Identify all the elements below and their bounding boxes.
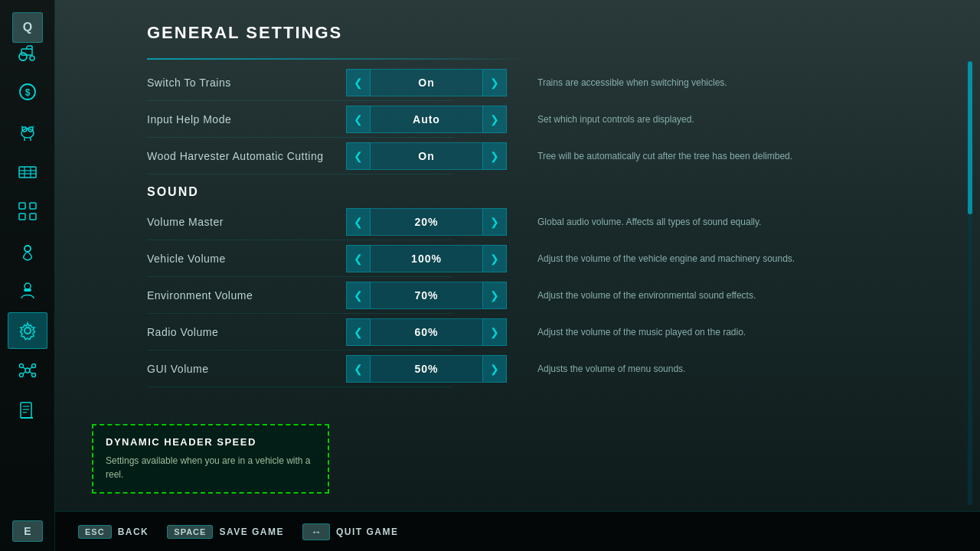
wood-harvester-value: On bbox=[371, 142, 482, 170]
sound-settings-section: Volume Master ❮ 20% ❯ Global audio volum… bbox=[147, 204, 913, 387]
setting-label-wood-harvester: Wood Harvester Automatic Cutting bbox=[147, 150, 346, 162]
space-key-badge: SPACE bbox=[167, 525, 213, 539]
title-divider bbox=[147, 58, 530, 60]
sidebar-item-settings[interactable] bbox=[8, 312, 47, 349]
volume-master-prev-button[interactable]: ❮ bbox=[346, 208, 371, 236]
sidebar-item-map[interactable] bbox=[8, 233, 47, 269]
svg-line-34 bbox=[29, 367, 32, 370]
sidebar-item-fields[interactable] bbox=[8, 153, 47, 190]
setting-row-environment-volume: Environment Volume ❮ 70% ❯ Adjust the vo… bbox=[147, 277, 913, 314]
input-help-next-button[interactable]: ❯ bbox=[482, 106, 507, 133]
sidebar-item-animals[interactable] bbox=[8, 113, 47, 150]
sound-section-header: SOUND bbox=[147, 174, 913, 204]
setting-control-volume-master: ❮ 20% ❯ bbox=[346, 208, 507, 236]
wood-harvester-next-button[interactable]: ❯ bbox=[482, 142, 507, 170]
setting-control-vehicle-volume: ❮ 100% ❯ bbox=[346, 245, 507, 272]
quit-game-label: QUIT GAME bbox=[336, 527, 399, 537]
svg-point-25 bbox=[24, 283, 31, 289]
q-key-button[interactable]: Q bbox=[12, 12, 43, 43]
input-help-value: Auto bbox=[371, 106, 482, 133]
svg-rect-20 bbox=[19, 203, 25, 209]
radio-volume-prev-button[interactable]: ❮ bbox=[346, 318, 371, 346]
sidebar-item-help[interactable] bbox=[8, 392, 47, 429]
volume-master-description: Global audio volume. Affects all types o… bbox=[537, 216, 761, 229]
quit-game-button[interactable]: ↔ QUIT GAME bbox=[302, 523, 399, 540]
setting-control-environment-volume: ❮ 70% ❯ bbox=[346, 282, 507, 309]
gui-volume-value: 50% bbox=[371, 355, 482, 383]
svg-point-0 bbox=[19, 53, 27, 60]
connections-icon bbox=[15, 358, 40, 383]
radio-volume-value: 60% bbox=[371, 318, 482, 346]
gui-volume-description: Adjusts the volume of menu sounds. bbox=[537, 363, 685, 376]
wood-harvester-description: Tree will be automatically cut after the… bbox=[537, 150, 792, 163]
setting-row-gui-volume: GUI Volume ❮ 50% ❯ Adjusts the volume of… bbox=[147, 350, 913, 387]
radio-volume-description: Adjust the volume of the music played on… bbox=[537, 326, 746, 339]
svg-line-14 bbox=[32, 126, 34, 128]
svg-rect-21 bbox=[30, 203, 36, 209]
page-title: GENERAL SETTINGS bbox=[147, 23, 949, 43]
switch-trains-next-button[interactable]: ❯ bbox=[482, 69, 507, 96]
setting-row-switch-trains: Switch To Trains ❮ On ❯ Trains are acces… bbox=[147, 64, 913, 101]
fields-icon bbox=[15, 159, 40, 184]
svg-line-13 bbox=[21, 126, 23, 128]
setting-label-gui-volume: GUI Volume bbox=[147, 363, 346, 375]
svg-point-8 bbox=[21, 129, 34, 138]
tractor-icon bbox=[15, 40, 40, 64]
svg-point-28 bbox=[25, 368, 30, 373]
vehicle-volume-description: Adjust the volume of the vehicle engine … bbox=[537, 253, 795, 266]
setting-label-vehicle-volume: Vehicle Volume bbox=[147, 253, 346, 265]
environment-volume-description: Adjust the volume of the environmental s… bbox=[537, 289, 756, 302]
sidebar-item-workers[interactable] bbox=[8, 272, 47, 309]
scrollbar-track[interactable] bbox=[968, 61, 972, 505]
setting-row-wood-harvester: Wood Harvester Automatic Cutting ❮ On ❯ … bbox=[147, 138, 913, 174]
svg-rect-22 bbox=[19, 214, 25, 220]
setting-control-radio-volume: ❮ 60% ❯ bbox=[346, 318, 507, 346]
gui-volume-prev-button[interactable]: ❮ bbox=[346, 355, 371, 383]
setting-control-wood-harvester: ❮ On ❯ bbox=[346, 142, 507, 170]
input-help-description: Set which input controls are displayed. bbox=[537, 113, 694, 126]
svg-point-31 bbox=[19, 373, 23, 377]
general-settings-section: Switch To Trains ❮ On ❯ Trains are acces… bbox=[147, 64, 913, 174]
svg-point-29 bbox=[19, 364, 23, 368]
radio-volume-next-button[interactable]: ❯ bbox=[482, 318, 507, 346]
sidebar-item-economy[interactable]: $ bbox=[8, 73, 47, 110]
volume-master-value: 20% bbox=[371, 208, 482, 236]
environment-volume-value: 70% bbox=[371, 282, 482, 309]
setting-label-environment-volume: Environment Volume bbox=[147, 289, 346, 302]
save-game-button[interactable]: SPACE SAVE GAME bbox=[167, 525, 284, 539]
volume-master-next-button[interactable]: ❯ bbox=[482, 208, 507, 236]
switch-trains-prev-button[interactable]: ❮ bbox=[346, 69, 371, 96]
setting-control-switch-trains: ❮ On ❯ bbox=[346, 69, 507, 96]
setting-label-input-help: Input Help Mode bbox=[147, 113, 346, 126]
setting-label-switch-trains: Switch To Trains bbox=[147, 77, 346, 89]
svg-point-1 bbox=[30, 56, 34, 60]
vehicle-volume-value: 100% bbox=[371, 245, 482, 272]
e-key-button[interactable]: E bbox=[12, 520, 43, 542]
sidebar-item-vehicles[interactable] bbox=[8, 193, 47, 230]
bottom-bar: ESC BACK SPACE SAVE GAME ↔ QUIT GAME bbox=[55, 511, 980, 551]
arrow-key-badge: ↔ bbox=[302, 523, 330, 540]
environment-volume-next-button[interactable]: ❯ bbox=[482, 282, 507, 309]
gui-volume-next-button[interactable]: ❯ bbox=[482, 355, 507, 383]
svg-rect-2 bbox=[21, 49, 32, 55]
svg-rect-23 bbox=[30, 214, 36, 220]
scrollbar-thumb[interactable] bbox=[968, 61, 972, 214]
dollar-icon: $ bbox=[15, 80, 40, 104]
vehicle-volume-prev-button[interactable]: ❮ bbox=[346, 245, 371, 272]
sidebar-item-connections[interactable] bbox=[8, 352, 47, 389]
environment-volume-prev-button[interactable]: ❮ bbox=[346, 282, 371, 309]
svg-rect-37 bbox=[21, 403, 31, 418]
input-help-prev-button[interactable]: ❮ bbox=[346, 106, 371, 133]
tooltip-box: DYNAMIC HEADER SPEED Settings available … bbox=[92, 424, 329, 494]
back-button[interactable]: ESC BACK bbox=[78, 525, 149, 539]
wood-harvester-prev-button[interactable]: ❮ bbox=[346, 142, 371, 170]
svg-point-30 bbox=[31, 364, 35, 368]
sidebar: $ bbox=[0, 0, 55, 551]
svg-text:$: $ bbox=[24, 87, 30, 98]
worker-icon bbox=[15, 279, 40, 303]
map-pin-icon bbox=[15, 239, 40, 263]
switch-trains-description: Trains are accessible when switching veh… bbox=[537, 77, 727, 90]
svg-line-33 bbox=[23, 367, 26, 370]
vehicle-volume-next-button[interactable]: ❯ bbox=[482, 245, 507, 272]
svg-rect-15 bbox=[19, 167, 36, 178]
